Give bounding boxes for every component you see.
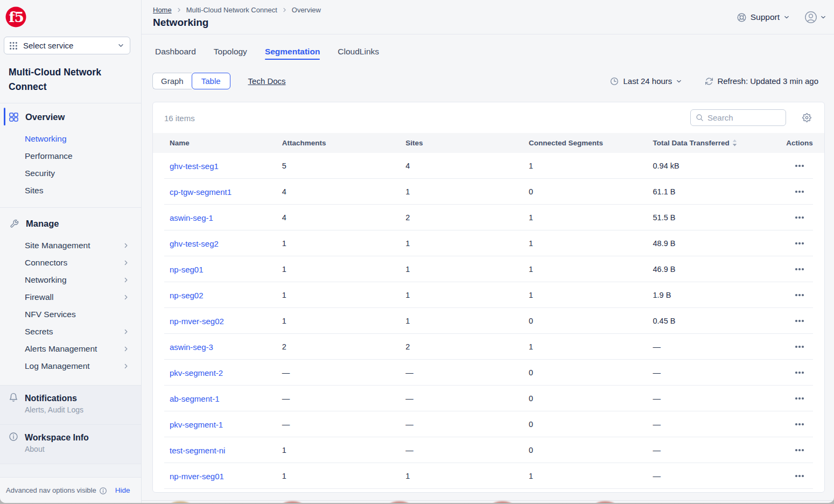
view-toggle-graph[interactable]: Graph	[152, 73, 192, 89]
sidebar-item-log-management[interactable]: Log Management	[0, 358, 141, 375]
sidebar-item-security[interactable]: Security	[0, 165, 141, 182]
cell-total-data-transferred: 0.45 B	[653, 317, 782, 325]
sidebar-item-secrets[interactable]: Secrets	[0, 323, 141, 340]
ellipsis-dot	[795, 346, 797, 347]
sort-icon[interactable]	[732, 139, 737, 147]
sidebar-footer: Advanced nav options visible Hide	[0, 478, 141, 503]
manage-subnav: Site ManagementConnectorsNetworkingFirew…	[0, 237, 141, 375]
tab-segmentation[interactable]: Segmentation	[265, 34, 320, 60]
segment-name-link[interactable]: ghv-test-seg2	[153, 239, 282, 248]
column-header-total-data-transferred: Total Data Transferred	[653, 139, 782, 147]
ellipsis-dot	[798, 397, 800, 399]
cell-attachments: —	[282, 420, 406, 429]
tech-docs-link[interactable]: Tech Docs	[248, 76, 286, 86]
ellipsis-dot	[802, 268, 803, 270]
sidebar-item-label: Firewall	[25, 292, 123, 302]
segment-name-link[interactable]: np-mver-seg01	[153, 472, 282, 481]
column-header-label: Attachments	[282, 139, 326, 147]
f5-logo[interactable]: f5	[5, 6, 26, 27]
cell-connected-segments: 0	[529, 420, 653, 429]
time-range-dropdown[interactable]: Last 24 hours	[610, 76, 682, 86]
sidebar-item-sites[interactable]: Sites	[0, 182, 141, 199]
row-actions-menu[interactable]	[794, 368, 804, 376]
search-input[interactable]	[707, 113, 780, 122]
breadcrumb-separator-icon	[282, 7, 288, 13]
cell-actions	[781, 317, 824, 325]
sidebar-item-manage[interactable]: Manage	[0, 210, 141, 237]
row-actions-menu[interactable]	[794, 342, 804, 351]
segment-name-link[interactable]: pkv-segment-1	[153, 420, 282, 429]
table-row: np-seg0111146.9 B	[153, 256, 824, 282]
ellipsis-dot	[802, 294, 803, 296]
cell-sites: —	[405, 368, 529, 377]
tab-topology[interactable]: Topology	[214, 34, 247, 60]
segment-name-link[interactable]: cp-tgw-segment1	[153, 187, 282, 197]
chevron-right-icon	[123, 260, 129, 266]
cell-sites: —	[405, 420, 529, 429]
segment-name-link[interactable]: aswin-seg-1	[153, 213, 282, 222]
support-menu[interactable]: Support	[737, 12, 790, 23]
row-actions-menu[interactable]	[794, 265, 804, 273]
sidebar-item-overview[interactable]: Overview	[0, 103, 141, 130]
segment-name-link[interactable]: ghv-test-seg1	[153, 162, 282, 171]
segment-name-link[interactable]: aswin-seg-3	[153, 342, 282, 352]
cell-actions	[781, 187, 824, 195]
row-actions-menu[interactable]	[794, 394, 804, 402]
sidebar-item-notifications[interactable]: Notifications Alerts, Audit Logs	[0, 386, 141, 424]
breadcrumb-item: Overview	[292, 6, 321, 14]
row-actions-menu[interactable]	[794, 213, 804, 221]
row-actions-menu[interactable]	[794, 187, 804, 195]
segment-name-link[interactable]: np-mver-seg02	[153, 317, 282, 326]
cell-sites: —	[405, 446, 529, 454]
column-header-label: Actions	[786, 139, 813, 147]
row-actions-menu[interactable]	[794, 162, 804, 170]
segment-name-link[interactable]: np-seg02	[153, 291, 282, 300]
row-actions-menu[interactable]	[794, 239, 804, 247]
gear-icon[interactable]	[802, 113, 811, 122]
cell-attachments: 2	[282, 342, 406, 351]
hide-nav-link[interactable]: Hide	[115, 486, 130, 494]
active-indicator-bar	[4, 108, 5, 125]
sidebar-item-networking[interactable]: Networking	[0, 130, 141, 148]
sidebar-item-nfv-services[interactable]: NFV Services	[0, 306, 141, 323]
segment-name-link[interactable]: test-segment-ni	[153, 446, 282, 455]
cell-connected-segments: 1	[529, 162, 653, 170]
account-menu[interactable]	[804, 11, 826, 24]
sidebar-item-workspace-info[interactable]: Workspace Info About	[0, 425, 141, 464]
tab-cloudlinks[interactable]: CloudLinks	[338, 34, 379, 60]
chevron-down-icon	[820, 14, 826, 20]
segment-name-link[interactable]: ab-segment-1	[153, 394, 282, 403]
tab-dashboard[interactable]: Dashboard	[155, 34, 196, 60]
segment-name-link[interactable]: np-seg01	[153, 265, 282, 274]
wrench-icon	[10, 219, 19, 228]
sidebar-item-performance[interactable]: Performance	[0, 148, 141, 165]
segment-name-link[interactable]: pkv-segment-2	[153, 368, 282, 377]
row-actions-menu[interactable]	[794, 472, 804, 480]
sidebar-item-label: Alerts Management	[25, 344, 123, 354]
chevron-right-icon	[123, 328, 129, 335]
cell-sites: 1	[405, 265, 529, 274]
sidebar-item-connectors[interactable]: Connectors	[0, 254, 141, 271]
sidebar-item-networking[interactable]: Networking	[0, 271, 141, 289]
lifebuoy-icon	[737, 12, 747, 23]
refresh-button[interactable]: Refresh: Updated 3 min ago	[705, 76, 818, 86]
sidebar-item-firewall[interactable]: Firewall	[0, 289, 141, 306]
row-actions-menu[interactable]	[794, 291, 804, 299]
sidebar-item-site-management[interactable]: Site Management	[0, 237, 141, 254]
sidebar-item-alerts-management[interactable]: Alerts Management	[0, 340, 141, 358]
sidebar-nav: Overview NetworkingPerformanceSecuritySi…	[0, 103, 141, 375]
cell-actions	[781, 342, 824, 351]
view-toggle-table[interactable]: Table	[192, 73, 230, 89]
row-actions-menu[interactable]	[794, 420, 804, 428]
workspace-info-title: Workspace Info	[25, 432, 132, 443]
bell-icon	[9, 393, 18, 402]
cell-total-data-transferred: 0.94 kB	[653, 162, 782, 170]
cell-total-data-transferred: 51.5 B	[653, 213, 782, 222]
row-actions-menu[interactable]	[794, 317, 804, 325]
cell-connected-segments: 0	[529, 446, 653, 454]
cell-connected-segments: 1	[529, 472, 653, 480]
breadcrumb-item[interactable]: Home	[153, 6, 172, 14]
sidebar-item-label: Networking	[25, 134, 129, 144]
select-service-dropdown[interactable]: Select service	[4, 37, 130, 54]
row-actions-menu[interactable]	[794, 446, 804, 454]
